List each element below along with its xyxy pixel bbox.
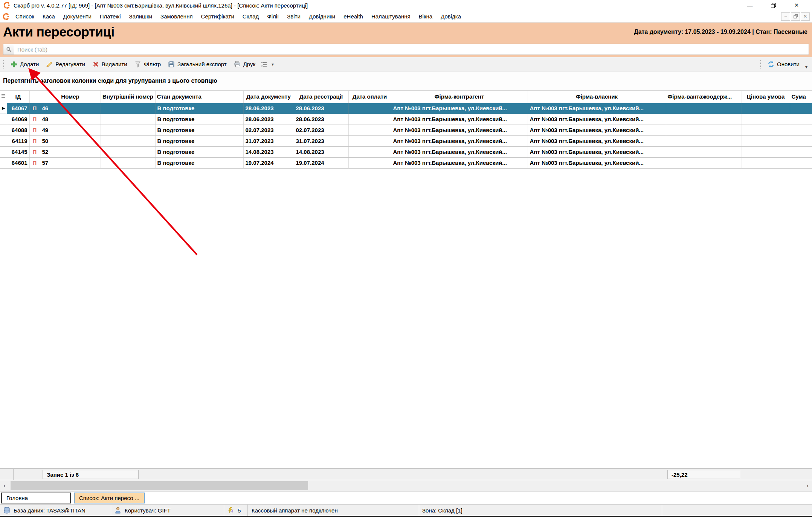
user-label: Користувач: GIFT xyxy=(125,507,171,514)
column-header-9[interactable]: Фірма-контрагент xyxy=(391,91,528,103)
cell-id: 64601 xyxy=(7,157,29,168)
cell-contractor: Апт №003 пгт.Барышевка, ул.Киевский... xyxy=(391,146,528,157)
cell-sum xyxy=(790,103,812,114)
printer-icon xyxy=(234,61,241,68)
menu-item-15[interactable]: Довідка xyxy=(437,11,465,22)
scroll-left-icon[interactable]: ‹ xyxy=(0,480,9,491)
cell-reg_date: 02.07.2023 xyxy=(294,125,348,135)
print-button[interactable]: Друк xyxy=(230,59,259,70)
restore-icon[interactable] xyxy=(762,0,785,10)
cell-price_cond xyxy=(742,114,790,125)
cell-doc_date: 28.06.2023 xyxy=(243,103,294,114)
scrollbar-track[interactable] xyxy=(9,480,803,491)
database-label: База даних: TASA3@TITAN xyxy=(14,507,85,514)
table-row[interactable]: 64119П50В подготовке31.07.202331.07.2023… xyxy=(0,135,812,146)
tab-1[interactable]: Головна xyxy=(1,493,71,503)
statusbar-user: Користувач: GIFT xyxy=(111,505,224,516)
cell-number: 46 xyxy=(40,103,101,114)
menu-item-13[interactable]: Налаштування xyxy=(367,11,415,22)
column-header-5[interactable]: Стан документа xyxy=(155,91,243,103)
menu-item-7[interactable]: Сертифікати xyxy=(197,11,238,22)
close-icon[interactable]: ✕ xyxy=(785,0,808,10)
minimize-icon[interactable]: — xyxy=(738,0,762,10)
record-count: Запис 1 із 6 xyxy=(43,470,139,479)
cell-pay_date xyxy=(348,146,391,157)
filter-button[interactable]: Фільтр xyxy=(131,59,164,70)
menu-item-12[interactable]: eHealth xyxy=(339,11,367,22)
column-header-2[interactable] xyxy=(29,91,40,103)
menu-item-5[interactable]: Залишки xyxy=(125,11,157,22)
cell-number: 50 xyxy=(40,135,101,146)
menu-item-14[interactable]: Вікна xyxy=(415,11,437,22)
column-header-8[interactable]: Дата оплати xyxy=(348,91,391,103)
cell-flag: П xyxy=(29,157,40,168)
mdi-close-icon[interactable]: ✕ xyxy=(801,12,810,21)
row-indicator xyxy=(0,125,7,135)
toolbar-dropdown-icon[interactable]: ▾ xyxy=(269,62,276,67)
menu-bar: СписокКасаДокументиПлатежіЗалишкиЗамовле… xyxy=(0,11,812,23)
table-row[interactable]: 64088П49В подготовке02.07.202302.07.2023… xyxy=(0,125,812,135)
page-header: Акти пересортиці Дата документу: 17.05.2… xyxy=(0,23,812,57)
menu-item-2[interactable]: Каса xyxy=(38,11,59,22)
column-header-1[interactable]: ІД xyxy=(7,91,29,103)
list-options-button[interactable] xyxy=(259,59,269,70)
menu-item-3[interactable]: Документи xyxy=(59,11,96,22)
cell-pay_date xyxy=(348,114,391,125)
column-header-13[interactable]: Сума xyxy=(790,91,812,103)
statusbar-cash-register: Кассовый аппарат не подключен xyxy=(248,505,419,516)
group-by-panel[interactable]: Перетягніть заголовок колонки сюди для у… xyxy=(0,71,812,90)
mdi-minimize-icon[interactable]: – xyxy=(781,12,790,21)
menu-item-11[interactable]: Довідники xyxy=(305,11,339,22)
edit-button[interactable]: Редагувати xyxy=(42,59,89,70)
menu-item-10[interactable]: Звіти xyxy=(283,11,305,22)
cell-pay_date xyxy=(348,103,391,114)
scrollbar-thumb[interactable] xyxy=(11,481,308,490)
refresh-button[interactable]: Оновити xyxy=(764,59,803,70)
cell-price_cond xyxy=(742,125,790,135)
cell-contractor: Апт №003 пгт.Барышевка, ул.Киевский... xyxy=(391,114,528,125)
cash-register-label: Кассовый аппарат не подключен xyxy=(252,507,338,514)
cell-sum xyxy=(790,135,812,146)
page-title: Акти пересортиці xyxy=(3,24,114,40)
scroll-right-icon[interactable]: › xyxy=(803,480,812,491)
group-by-hint: Перетягніть заголовок колонки сюди для у… xyxy=(3,78,217,84)
column-header-10[interactable]: Фірма-власник xyxy=(528,91,666,103)
line-spacing-icon xyxy=(260,61,268,68)
table-row[interactable]: ▶64067П46В подготовке28.06.202328.06.202… xyxy=(0,103,812,114)
column-header-11[interactable]: Фірма-вантажоодерж... xyxy=(666,91,742,103)
menu-item-9[interactable]: Філії xyxy=(263,11,283,22)
delete-button-label: Видалити xyxy=(102,61,127,67)
cell-id: 64119 xyxy=(7,135,29,146)
menu-item-6[interactable]: Замовлення xyxy=(156,11,197,22)
search-icon[interactable] xyxy=(3,44,14,55)
mdi-restore-icon[interactable] xyxy=(791,12,800,21)
cell-state: В подготовке xyxy=(155,125,243,135)
cell-state: В подготовке xyxy=(155,146,243,157)
add-button[interactable]: Додати xyxy=(7,59,42,70)
table-row[interactable]: 64145П52В подготовке14.08.202314.08.2023… xyxy=(0,146,812,157)
cell-sum xyxy=(790,146,812,157)
refresh-dropdown-icon[interactable]: ▾ xyxy=(803,64,810,71)
column-header-12[interactable]: Цінова умова xyxy=(742,91,790,103)
menu-item-1[interactable]: Список xyxy=(11,11,38,22)
search-input[interactable] xyxy=(14,44,809,55)
table-row[interactable]: 64069П48В подготовке28.06.202328.06.2023… xyxy=(0,114,812,125)
column-header-7[interactable]: Дата реєстрації xyxy=(294,91,348,103)
toolbar: Додати Редагувати Видалити Фільтр Загаль… xyxy=(0,57,812,71)
menu-item-8[interactable]: Склад xyxy=(238,11,263,22)
delete-button[interactable]: Видалити xyxy=(89,59,131,70)
cell-price_cond xyxy=(742,103,790,114)
column-chooser-icon[interactable] xyxy=(0,91,7,103)
tab-2[interactable]: Список: Акти пересо ... xyxy=(74,493,145,503)
row-indicator: ▶ xyxy=(0,103,7,114)
summary-left-cell xyxy=(0,469,14,480)
table-row[interactable]: 64601П57В подготовке19.07.202419.07.2024… xyxy=(0,157,812,168)
column-header-4[interactable]: Внутрішній номер xyxy=(101,91,155,103)
cell-owner: Апт №003 пгт.Барышевка, ул.Киевский... xyxy=(528,103,666,114)
column-header-3[interactable]: Номер xyxy=(40,91,101,103)
add-button-label: Додати xyxy=(20,61,39,67)
export-button[interactable]: Загальний експорт xyxy=(164,59,230,70)
column-header-6[interactable]: Дата документу xyxy=(243,91,294,103)
cell-state: В подготовке xyxy=(155,114,243,125)
menu-item-4[interactable]: Платежі xyxy=(96,11,125,22)
